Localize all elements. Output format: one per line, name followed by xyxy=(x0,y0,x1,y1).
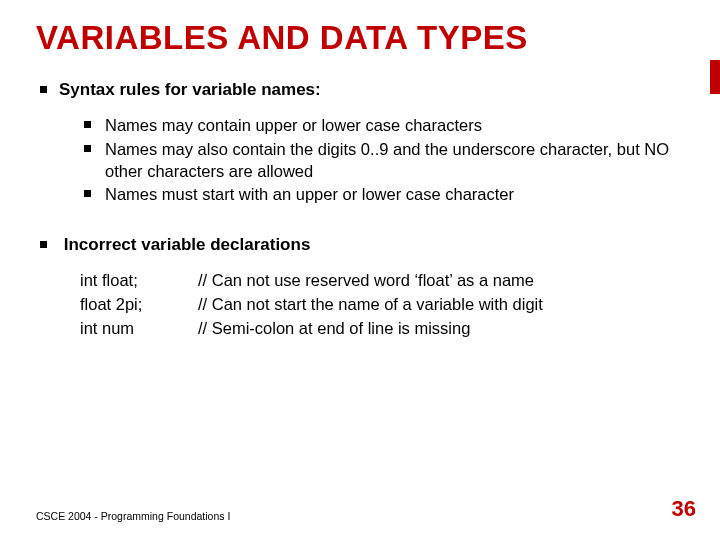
code-declaration: float 2pi; xyxy=(80,293,198,317)
syntax-rules-list: Names may contain upper or lower case ch… xyxy=(84,114,684,205)
code-examples: int float; // Can not use reserved word … xyxy=(80,269,684,341)
page-number: 36 xyxy=(672,496,696,522)
square-bullet-icon xyxy=(84,145,91,152)
code-comment: // Can not start the name of a variable … xyxy=(198,293,684,317)
square-bullet-icon xyxy=(40,241,47,248)
code-declaration: int float; xyxy=(80,269,198,293)
list-item: Names must start with an upper or lower … xyxy=(84,183,684,205)
section-heading-text: Incorrect variable declarations xyxy=(64,235,311,254)
list-item-text: Names may also contain the digits 0..9 a… xyxy=(105,138,684,183)
code-row: int float; // Can not use reserved word … xyxy=(80,269,684,293)
footer: CSCE 2004 - Programming Foundations I 36 xyxy=(36,496,696,522)
list-item-text: Names may contain upper or lower case ch… xyxy=(105,114,482,136)
section-heading-syntax: Syntax rules for variable names: xyxy=(36,80,684,100)
footer-course: CSCE 2004 - Programming Foundations I xyxy=(36,510,230,522)
code-row: int num // Semi-colon at end of line is … xyxy=(80,317,684,341)
list-item: Names may contain upper or lower case ch… xyxy=(84,114,684,136)
code-comment: // Can not use reserved word ‘float’ as … xyxy=(198,269,684,293)
slide: VARIABLES AND DATA TYPES Syntax rules fo… xyxy=(0,0,720,540)
section-heading-incorrect: Incorrect variable declarations xyxy=(36,235,684,255)
list-item-text: Names must start with an upper or lower … xyxy=(105,183,514,205)
square-bullet-icon xyxy=(84,190,91,197)
square-bullet-icon xyxy=(84,121,91,128)
code-declaration: int num xyxy=(80,317,198,341)
list-item: Names may also contain the digits 0..9 a… xyxy=(84,138,684,183)
section-heading-text: Syntax rules for variable names: xyxy=(59,80,321,99)
slide-title: VARIABLES AND DATA TYPES xyxy=(36,20,684,56)
code-row: float 2pi; // Can not start the name of … xyxy=(80,293,684,317)
square-bullet-icon xyxy=(40,86,47,93)
accent-bar xyxy=(710,60,720,94)
code-comment: // Semi-colon at end of line is missing xyxy=(198,317,684,341)
